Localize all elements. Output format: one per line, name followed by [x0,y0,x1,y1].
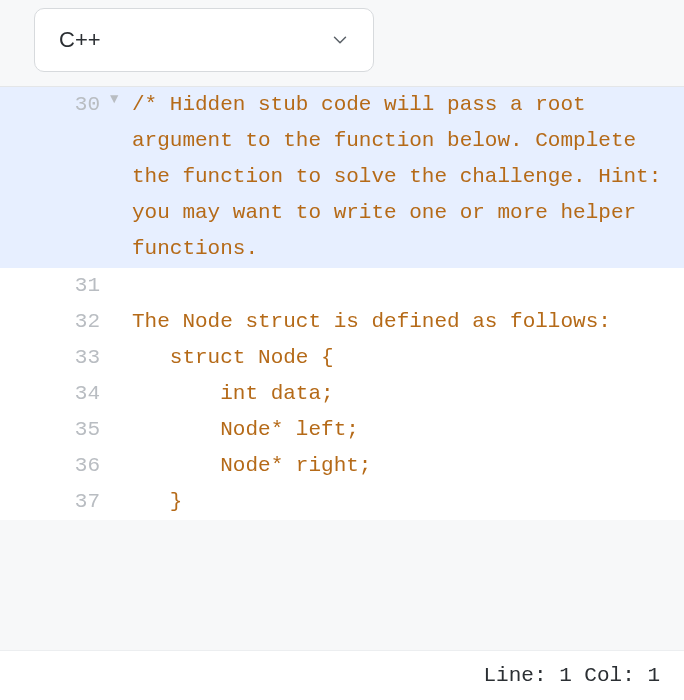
editor-line[interactable]: 33 struct Node { [0,340,684,376]
fold-toggle-icon [110,484,132,520]
toolbar: C++ [0,0,684,87]
line-number[interactable]: 34 [0,376,110,412]
editor-line[interactable]: 34 int data; [0,376,684,412]
line-number[interactable]: 30 [0,87,110,268]
code-cell[interactable]: int data; [132,376,684,412]
code-cell[interactable]: The Node struct is defined as follows: [132,304,684,340]
chevron-down-icon [329,29,351,51]
status-col-value: 1 [647,664,660,687]
code-text: int data; [132,382,334,405]
fold-toggle-icon [110,340,132,376]
code-text: The Node struct is defined as follows: [132,310,611,333]
line-number[interactable]: 33 [0,340,110,376]
code-cell[interactable]: struct Node { [132,340,684,376]
language-select[interactable]: C++ [34,8,374,72]
editor-line[interactable]: 35 Node* left; [0,412,684,448]
fold-toggle-icon [110,448,132,484]
code-text: } [132,490,182,513]
code-cell[interactable]: /* Hidden stub code will pass a root arg… [132,87,684,268]
editor-line[interactable]: 31 [0,268,684,304]
code-cell[interactable]: Node* right; [132,448,684,484]
editor-line[interactable]: 30▼/* Hidden stub code will pass a root … [0,87,684,268]
fold-toggle-icon [110,304,132,340]
status-bar: Line: 1 Col: 1 [0,650,684,700]
fold-toggle-icon [110,412,132,448]
fold-toggle-icon [110,268,132,304]
code-text: Node* right; [132,454,371,477]
code-cell[interactable] [132,268,684,304]
line-number[interactable]: 36 [0,448,110,484]
status-line-value: 1 [559,664,572,687]
fold-toggle-icon[interactable]: ▼ [110,87,132,268]
code-text: struct Node { [132,346,334,369]
status-col-label: Col: [584,664,634,687]
code-text: Node* left; [132,418,359,441]
line-number[interactable]: 31 [0,268,110,304]
line-number[interactable]: 35 [0,412,110,448]
language-select-value: C++ [59,27,101,53]
editor-lines: 30▼/* Hidden stub code will pass a root … [0,87,684,520]
code-cell[interactable]: } [132,484,684,520]
code-editor[interactable]: 30▼/* Hidden stub code will pass a root … [0,87,684,520]
code-text: /* Hidden stub code will pass a root arg… [132,93,674,260]
editor-line[interactable]: 32The Node struct is defined as follows: [0,304,684,340]
code-cell[interactable]: Node* left; [132,412,684,448]
editor-line[interactable]: 37 } [0,484,684,520]
editor-wrapper: C++ 30▼/* Hidden stub code will pass a r… [0,0,684,700]
line-number[interactable]: 32 [0,304,110,340]
fold-toggle-icon [110,376,132,412]
line-number[interactable]: 37 [0,484,110,520]
status-line-label: Line: [484,664,547,687]
editor-line[interactable]: 36 Node* right; [0,448,684,484]
